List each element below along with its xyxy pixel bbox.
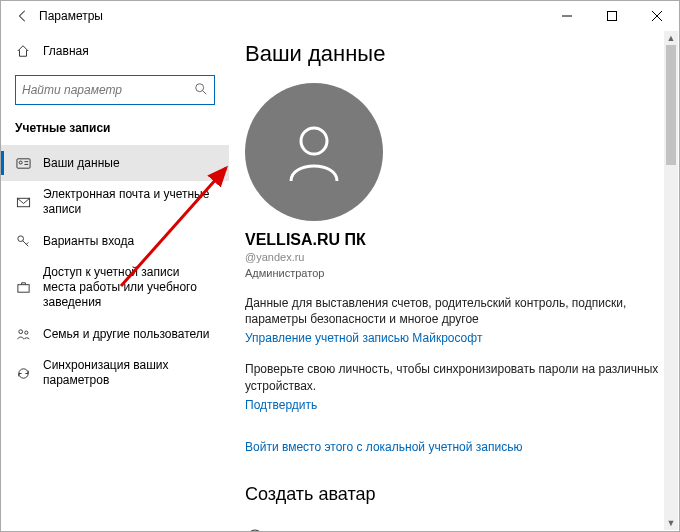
verify-description: Проверьте свою личность, чтобы синхрониз… bbox=[245, 361, 663, 393]
svg-rect-14 bbox=[17, 285, 28, 293]
avatar bbox=[245, 83, 383, 221]
svg-line-13 bbox=[26, 242, 28, 244]
verify-link[interactable]: Подтвердить bbox=[245, 398, 317, 412]
sidebar-home-label: Главная bbox=[43, 44, 89, 58]
sidebar-item-label: Электронная почта и учетные записи bbox=[43, 187, 215, 217]
sidebar-item-family[interactable]: Семья и другие пользователи bbox=[1, 316, 229, 352]
maximize-button[interactable] bbox=[589, 1, 634, 31]
svg-point-18 bbox=[248, 530, 262, 531]
briefcase-icon bbox=[15, 280, 31, 295]
page-title: Ваши данные bbox=[245, 41, 663, 67]
search-input-container[interactable] bbox=[15, 75, 215, 105]
main-content: Ваши данные VELLISA.RU ПК @yandex.ru Адм… bbox=[229, 31, 679, 531]
svg-rect-6 bbox=[16, 158, 29, 167]
account-name: VELLISA.RU ПК bbox=[245, 231, 663, 249]
scroll-up-icon[interactable]: ▲ bbox=[664, 31, 678, 45]
camera-icon bbox=[245, 527, 265, 531]
svg-line-5 bbox=[203, 90, 207, 94]
svg-point-7 bbox=[19, 161, 22, 164]
sidebar-category: Учетные записи bbox=[1, 105, 229, 145]
svg-point-15 bbox=[18, 329, 22, 333]
svg-rect-1 bbox=[607, 12, 616, 21]
search-input[interactable] bbox=[22, 83, 194, 97]
home-icon bbox=[15, 44, 31, 58]
account-role: Администратор bbox=[245, 267, 663, 279]
sidebar-item-label: Синхронизация ваших параметров bbox=[43, 358, 215, 388]
option-label: Камера bbox=[279, 530, 321, 531]
sidebar-home[interactable]: Главная bbox=[1, 35, 229, 67]
billing-description: Данные для выставления счетов, родительс… bbox=[245, 295, 663, 327]
svg-point-17 bbox=[301, 128, 327, 154]
svg-point-4 bbox=[196, 83, 204, 91]
sync-icon bbox=[15, 366, 31, 381]
sidebar-item-label: Ваши данные bbox=[43, 156, 215, 171]
sidebar-item-label: Семья и другие пользователи bbox=[43, 327, 215, 342]
scroll-down-icon[interactable]: ▼ bbox=[664, 516, 678, 530]
local-account-link[interactable]: Войти вместо этого с локальной учетной з… bbox=[245, 440, 522, 454]
mail-icon bbox=[15, 195, 31, 210]
create-avatar-heading: Создать аватар bbox=[245, 484, 663, 505]
search-icon bbox=[194, 82, 208, 99]
close-button[interactable] bbox=[634, 1, 679, 31]
people-icon bbox=[15, 327, 31, 342]
minimize-button[interactable] bbox=[544, 1, 589, 31]
sidebar-item-signin-options[interactable]: Варианты входа bbox=[1, 223, 229, 259]
sidebar-item-label: Варианты входа bbox=[43, 234, 215, 249]
back-button[interactable] bbox=[9, 2, 37, 30]
sidebar-item-sync[interactable]: Синхронизация ваших параметров bbox=[1, 352, 229, 394]
key-icon bbox=[15, 234, 31, 249]
sidebar-item-email[interactable]: Электронная почта и учетные записи bbox=[1, 181, 229, 223]
id-card-icon bbox=[15, 156, 31, 171]
sidebar-item-label: Доступ к учетной записи места работы или… bbox=[43, 265, 215, 310]
option-camera[interactable]: Камера bbox=[245, 519, 663, 531]
sidebar-item-work-access[interactable]: Доступ к учетной записи места работы или… bbox=[1, 259, 229, 316]
window-title: Параметры bbox=[37, 9, 103, 23]
scrollbar-thumb[interactable] bbox=[666, 45, 676, 165]
vertical-scrollbar[interactable]: ▲ ▼ bbox=[664, 31, 678, 530]
sidebar-item-your-info[interactable]: Ваши данные bbox=[1, 145, 229, 181]
sidebar: Главная Учетные записи Ваши данные Элект… bbox=[1, 31, 229, 531]
manage-account-link[interactable]: Управление учетной записью Майкрософт bbox=[245, 331, 482, 345]
account-email: @yandex.ru bbox=[245, 251, 663, 263]
svg-point-16 bbox=[24, 331, 27, 334]
